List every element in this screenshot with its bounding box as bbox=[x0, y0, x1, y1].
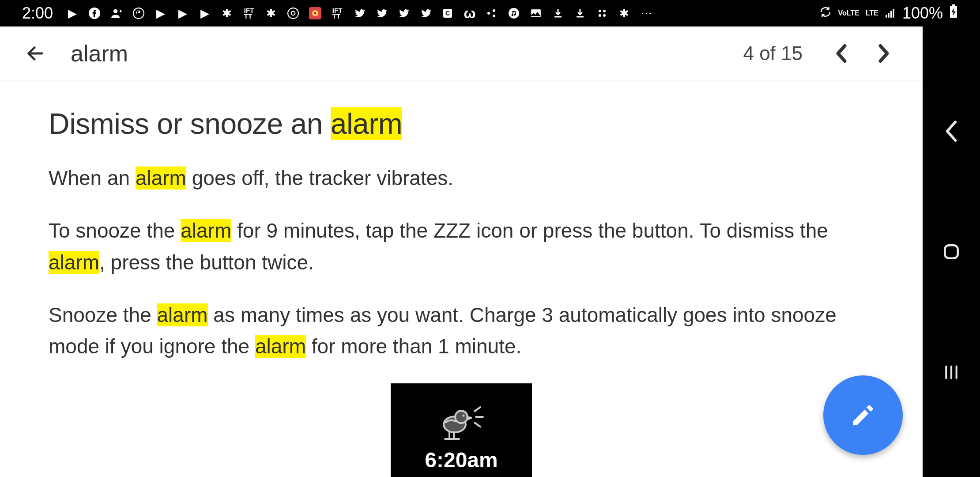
find-result-count: 4 of 15 bbox=[743, 42, 803, 64]
svg-point-7 bbox=[314, 12, 317, 15]
svg-line-34 bbox=[475, 407, 480, 411]
device-alarm-time: 6:20am bbox=[425, 448, 498, 472]
highlight: alarm bbox=[181, 219, 231, 242]
svg-point-20 bbox=[603, 14, 606, 17]
svg-line-36 bbox=[475, 423, 480, 427]
status-right: VoLTE LTE 100% bbox=[819, 4, 958, 23]
svg-point-10 bbox=[487, 12, 490, 15]
twitter-icon bbox=[396, 6, 411, 20]
battery-percent: 100% bbox=[902, 4, 943, 23]
twitter-icon bbox=[374, 6, 388, 20]
find-next-button[interactable] bbox=[871, 40, 897, 67]
svg-point-19 bbox=[599, 14, 601, 17]
paragraph-1: When an alarm goes off, the tracker vibr… bbox=[49, 163, 874, 194]
youtube-icon: ▶ bbox=[198, 6, 212, 20]
ifttt-text-icon: IFTTT bbox=[242, 6, 256, 20]
battery-charging-icon bbox=[949, 4, 958, 23]
find-in-page-bar: alarm 4 of 15 bbox=[0, 26, 923, 80]
article-heading: Dismiss or snooze an alarm bbox=[49, 107, 874, 140]
ifttt-text-icon: IFTTT bbox=[330, 6, 344, 20]
svg-point-13 bbox=[509, 8, 519, 19]
svg-point-11 bbox=[493, 9, 495, 12]
svg-rect-22 bbox=[888, 13, 890, 18]
svg-point-17 bbox=[599, 10, 601, 12]
sync-icon bbox=[819, 4, 832, 23]
flower-app-icon bbox=[308, 6, 322, 20]
nav-back-button[interactable] bbox=[938, 118, 965, 144]
nav-home-button[interactable] bbox=[938, 238, 965, 265]
android-nav-rail bbox=[923, 26, 980, 477]
ifttt-icon: ✱ bbox=[617, 6, 631, 20]
device-alarm-preview: 6:20am bbox=[391, 383, 532, 477]
chrome-icon bbox=[286, 6, 300, 20]
svg-point-4 bbox=[291, 11, 295, 15]
find-prev-button[interactable] bbox=[828, 40, 855, 67]
apps-icon bbox=[595, 6, 609, 20]
svg-point-30 bbox=[463, 415, 465, 417]
back-button[interactable] bbox=[22, 40, 49, 67]
svg-point-15 bbox=[514, 14, 516, 15]
highlight: alarm bbox=[331, 107, 403, 140]
svg-rect-23 bbox=[890, 11, 892, 18]
svg-rect-26 bbox=[952, 4, 955, 6]
signal-icon bbox=[885, 4, 896, 23]
status-left: 2:00 ▶ ▶ ▶ ▶ ✱ IFTTT ✱ IFTTT C ω ✱ ⋯ bbox=[22, 4, 653, 23]
svg-text:C: C bbox=[445, 10, 450, 17]
svg-point-14 bbox=[512, 14, 513, 16]
more-icon: ⋯ bbox=[639, 6, 653, 20]
youtube-icon: ▶ bbox=[65, 6, 79, 20]
svg-point-18 bbox=[603, 10, 606, 12]
paragraph-3: Snooze the alarm as many times as you wa… bbox=[49, 299, 874, 363]
pinterest-icon bbox=[132, 6, 146, 20]
bird-alarm-icon bbox=[428, 400, 494, 444]
highlight: alarm bbox=[157, 303, 208, 326]
highlight: alarm bbox=[255, 335, 306, 358]
svg-rect-37 bbox=[945, 245, 957, 258]
photo-icon bbox=[529, 6, 543, 20]
volte-label: VoLTE bbox=[838, 9, 859, 17]
svg-point-29 bbox=[455, 411, 467, 423]
music-icon bbox=[507, 6, 521, 20]
android-status-bar: 2:00 ▶ ▶ ▶ ▶ ✱ IFTTT ✱ IFTTT C ω ✱ ⋯ VoL… bbox=[0, 0, 980, 26]
search-query[interactable]: alarm bbox=[71, 40, 743, 67]
ifttt-icon: ✱ bbox=[220, 6, 234, 20]
svg-rect-21 bbox=[886, 15, 887, 18]
person-add-icon bbox=[109, 6, 124, 20]
paragraph-2: To snooze the alarm for 9 minutes, tap t… bbox=[49, 215, 874, 278]
twitter-icon bbox=[352, 6, 366, 20]
svg-point-12 bbox=[493, 15, 495, 17]
ifttt-icon: ✱ bbox=[264, 6, 278, 20]
highlight: alarm bbox=[49, 251, 99, 274]
facebook-icon bbox=[87, 6, 102, 20]
edit-fab-button[interactable] bbox=[823, 375, 903, 455]
app-icon: C bbox=[441, 6, 455, 20]
share-icon bbox=[485, 6, 499, 20]
svg-rect-24 bbox=[893, 9, 894, 18]
highlight: alarm bbox=[136, 167, 186, 189]
status-clock: 2:00 bbox=[22, 4, 53, 23]
download-icon bbox=[551, 6, 565, 20]
wattpad-icon: ω bbox=[463, 6, 477, 20]
download-icon bbox=[573, 6, 587, 20]
nav-recents-button[interactable] bbox=[938, 359, 965, 386]
svg-point-3 bbox=[288, 8, 298, 19]
lte-label: LTE bbox=[866, 9, 878, 17]
youtube-icon: ▶ bbox=[176, 6, 190, 20]
article-content: Dismiss or snooze an alarm When an alarm… bbox=[0, 80, 923, 477]
twitter-icon bbox=[418, 6, 433, 20]
app-content: alarm 4 of 15 Dismiss or snooze an alarm… bbox=[0, 26, 923, 477]
youtube-icon: ▶ bbox=[154, 6, 168, 20]
pencil-icon bbox=[850, 402, 876, 428]
svg-point-1 bbox=[113, 9, 117, 13]
